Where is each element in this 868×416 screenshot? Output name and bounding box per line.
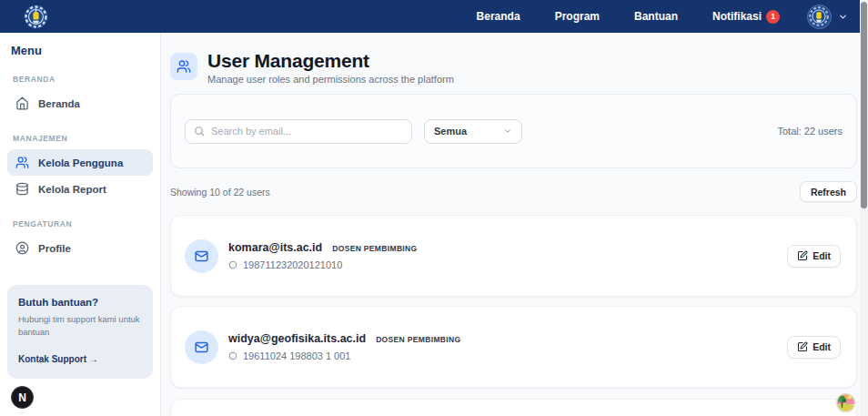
user-role-badge: DOSEN PEMBIMBING (376, 335, 460, 344)
sidebar-item-profile[interactable]: Profile (7, 235, 153, 261)
user-nip: 19611024 198803 1 001 (243, 350, 350, 361)
scrollbar-track (860, 0, 868, 416)
id-circle-icon (228, 351, 237, 360)
notification-badge: 1 (766, 10, 780, 24)
section-label-pengaturan: PENGATURAN (13, 219, 147, 228)
main-content: User Management Manage user roles and pe… (161, 33, 868, 416)
user-card: widya@geofisika.its.ac.id DOSEN PEMBIMBI… (170, 306, 857, 388)
sidebar-item-kelola-report[interactable]: Kelola Report (7, 176, 153, 202)
sidebar-item-beranda[interactable]: Beranda (7, 90, 153, 117)
search-input[interactable] (211, 126, 403, 137)
help-box: Butuh bantuan? Hubungi tim support kami … (7, 285, 153, 379)
nav-item-program[interactable]: Program (555, 10, 600, 23)
users-icon (15, 156, 29, 169)
help-text: Hubungi tim support kami untuk bantuan (18, 313, 142, 340)
chevron-down-icon[interactable] (838, 12, 848, 22)
notifikasi-label: Notifikasi (712, 10, 762, 23)
role-filter-select[interactable]: Semua (424, 119, 522, 144)
sidebar-item-label: Kelola Pengguna (38, 157, 123, 168)
list-meta: Showing 10 of 22 users Refresh (170, 181, 857, 202)
nav-item-notifikasi[interactable]: Notifikasi 1 (712, 10, 780, 24)
search-icon (194, 126, 205, 137)
edit-button[interactable]: Edit (787, 336, 841, 359)
role-filter-value: Semua (434, 126, 467, 137)
showing-label: Showing 10 of 22 users (170, 187, 270, 198)
top-navbar: Beranda Program Bantuan Notifikasi 1 (0, 0, 868, 33)
page-title: User Management (207, 51, 454, 71)
edit-label: Edit (812, 250, 831, 261)
user-card: komara@its.ac.id DOSEN PEMBIMBING 198711… (170, 215, 857, 297)
edit-button[interactable]: Edit (787, 245, 841, 268)
user-circle-icon (15, 241, 29, 255)
user-role-badge: DOSEN PEMBIMBING (332, 244, 417, 253)
edit-icon (797, 250, 808, 261)
user-management-icon (170, 53, 197, 80)
search-box (185, 119, 412, 144)
user-nip: 198711232020121010 (243, 259, 342, 270)
sidebar-item-label: Beranda (38, 98, 80, 109)
landscape-icon[interactable] (835, 392, 856, 413)
help-title: Butuh bantuan? (18, 297, 142, 308)
user-info: komara@its.ac.id DOSEN PEMBIMBING 198711… (228, 241, 418, 270)
navbar-links: Beranda Program Bantuan Notifikasi 1 (477, 5, 848, 29)
refresh-button[interactable]: Refresh (800, 181, 857, 202)
nextjs-dev-badge[interactable]: N (11, 386, 34, 409)
sidebar-item-kelola-pengguna[interactable]: Kelola Pengguna (7, 149, 153, 176)
section-label-beranda: BERANDA (13, 75, 147, 84)
id-circle-icon (228, 260, 237, 269)
chevron-down-icon (503, 127, 512, 136)
section-label-manajemen: MANAJEMEN (13, 134, 147, 143)
page-header: User Management Manage user roles and pe… (170, 51, 857, 82)
mail-icon (185, 239, 218, 273)
mail-icon (185, 330, 218, 364)
user-email: widya@geofisika.its.ac.id (228, 332, 366, 345)
user-email: komara@its.ac.id (228, 241, 322, 254)
user-info: widya@geofisika.its.ac.id DOSEN PEMBIMBI… (228, 332, 460, 361)
nav-item-bantuan[interactable]: Bantuan (634, 10, 678, 23)
its-logo[interactable] (24, 5, 48, 29)
total-users-label: Total: 22 users (777, 126, 843, 137)
home-icon (15, 96, 29, 110)
database-icon (15, 182, 29, 196)
edit-icon (797, 341, 808, 352)
edit-label: Edit (812, 341, 831, 352)
contact-support-link[interactable]: Kontak Support → (18, 354, 98, 364)
user-menu[interactable] (807, 5, 848, 29)
nav-item-beranda[interactable]: Beranda (477, 10, 520, 23)
page-subtitle: Manage user roles and permissions across… (207, 74, 454, 85)
scrollbar-thumb[interactable] (861, 2, 867, 208)
sidebar-title: Menu (11, 44, 153, 57)
user-card (170, 399, 857, 416)
avatar[interactable] (807, 5, 832, 29)
sidebar: Menu BERANDA Beranda MANAJEMEN Kelola Pe… (0, 33, 161, 416)
filter-card: Semua Total: 22 users (170, 94, 857, 168)
sidebar-item-label: Kelola Report (38, 184, 106, 195)
sidebar-item-label: Profile (38, 243, 71, 254)
